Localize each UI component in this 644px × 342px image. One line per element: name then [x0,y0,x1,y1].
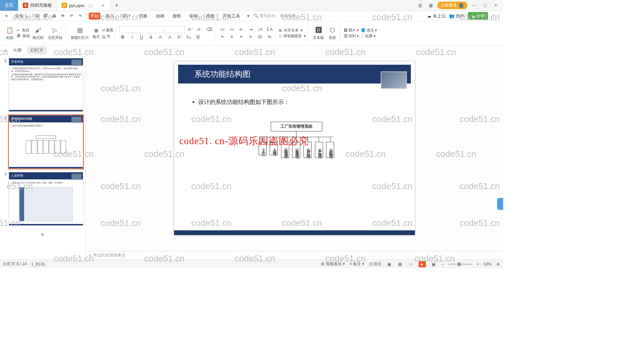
grow-font-icon[interactable]: A⁺ [187,26,194,33]
close-icon[interactable]: ✕ [101,3,105,8]
menu-design[interactable]: 设计 [119,12,134,20]
copy-button[interactable]: 🗐 复制 [17,34,30,39]
font-family-select[interactable] [119,26,163,33]
align-justify-icon[interactable]: ≡ [247,34,254,40]
bullets-icon[interactable]: ≔ [219,26,226,33]
sub-icon[interactable]: X₂ [185,34,192,41]
to-smartart-button[interactable]: ◇ 转智能图形 ▾ [279,34,306,39]
clear-format-icon[interactable]: ⌫ [206,26,213,33]
login-button[interactable]: 立即登录👤 [437,2,468,9]
cloud-status[interactable]: ☁ 未上云 [427,13,446,19]
align-left-icon[interactable]: ≡ [219,34,226,40]
indent-inc-icon[interactable]: ⇥ [247,26,254,33]
font-size-select[interactable] [165,26,185,33]
zoom-slider[interactable] [448,264,472,265]
indent-dec-icon[interactable]: ⇤ [237,26,245,33]
menu-anim[interactable]: 动画 [152,12,168,20]
zoom-in-icon[interactable]: + [477,262,479,267]
spacing-icon[interactable]: ⇆ [266,34,273,40]
save-icon[interactable]: 🖫 [33,12,41,20]
line-spacing-icon[interactable]: ↕A [256,26,264,33]
pic-button[interactable]: 🖼 图片 ▾ [344,28,359,33]
collab-button[interactable]: 👥 协作 [449,13,465,19]
notes-input[interactable]: ≡ 单击此处添加备注 [86,251,503,260]
more-icon[interactable]: ⋮ [491,13,496,18]
tab-template[interactable]: D找稻壳模板 [18,0,57,11]
new-tab-button[interactable]: + [110,0,123,11]
beautify-button[interactable]: ⊞ 智能美化 ▾ [321,261,345,267]
thumbnail-5[interactable]: 开发环境 • 本系统应用的技术适用Java作为，采用Spring Boot框架，… [9,58,83,112]
more-menu-icon[interactable]: ▾ [245,12,252,20]
tab-file[interactable]: Pppt.pptx▢✕ [57,0,110,11]
menu-view[interactable]: 视图 [203,12,218,20]
preview-icon[interactable]: 👁 [59,12,67,20]
arrange-button[interactable]: ▦ 排列 ▾ [344,34,359,39]
underline-icon[interactable]: U [138,34,145,41]
menu-icon[interactable]: ≡ [3,12,10,20]
saveas-icon[interactable]: 🗐 [42,12,49,20]
align-right-icon[interactable]: ≡ [237,34,245,40]
menu-file[interactable]: 文件 ⌄ [11,12,32,20]
layout-button[interactable]: ▦ [93,27,100,34]
fill-button[interactable]: 🪣 填充 ▾ [361,28,377,33]
align-text-button[interactable]: ⊞ 对齐文本 ▾ [279,28,306,33]
paste-button[interactable]: 📋粘贴 [4,25,15,41]
fit-icon[interactable]: ▣ [431,262,437,267]
align-center-icon[interactable]: ≡ [228,34,235,40]
menu-insert[interactable]: 插入 [102,12,117,20]
menu-dev[interactable]: 开发工具 [219,12,244,20]
zoom-level[interactable]: 63% [484,262,492,267]
text-dir-icon[interactable]: ↧A [266,26,273,33]
print-icon[interactable]: 🖶 [51,12,58,20]
close-window-icon[interactable]: ✕ [492,2,500,9]
shape-button[interactable]: ⬡形状 [327,25,338,41]
layout-label[interactable]: 版式 [93,34,100,39]
slide-canvas[interactable]: 系统功能结构图 设计的系统功能结构图如下图所示： code51. cn-源码乐园… [174,61,415,235]
search-input[interactable]: 🔍 查找命令、搜索模板 [254,13,296,19]
font-color-icon[interactable]: A [157,34,164,41]
bold-icon[interactable]: B [119,34,126,41]
new-slide-button[interactable]: ▤新建幻灯片 [69,25,91,41]
redo-icon[interactable]: ↷ [77,12,84,20]
thumbnail-7[interactable]: 人员管理 • 管理员可以对人员信息进行添加、修改、删除、查询操作。 [9,172,83,226]
outline-tab[interactable]: 大纲 [10,46,24,54]
panel-icon[interactable]: ▥ [416,2,424,9]
reading-view-icon[interactable]: ▭ [408,262,414,267]
numbering-icon[interactable]: ≕ [228,26,235,33]
apps-icon[interactable]: ▦ [427,2,435,9]
sup-icon[interactable]: X² [175,34,183,41]
thumbnail-6[interactable]: 系统功能结构图 • 设计的系统功能结构图如下图所示： [9,115,83,169]
expand-icon[interactable]: ˆ [499,13,500,18]
slideshow-icon[interactable]: ▶ [419,261,426,267]
textbox-button[interactable]: 🅰文本框 [312,25,325,41]
menu-show[interactable]: 放映 [169,12,184,20]
format-painter-button[interactable]: 🖌格式刷 [31,25,45,41]
add-slide-button[interactable]: + [2,229,83,240]
collapse-icon[interactable]: « [4,48,7,53]
tab-home[interactable]: 首页 [0,0,18,11]
typography-icon[interactable]: 变 [194,34,202,41]
present-icon[interactable]: ▢ [89,3,93,8]
slides-tab[interactable]: 幻灯片 [28,47,47,54]
side-drawer-icon[interactable] [497,198,503,210]
highlight-icon[interactable]: A [166,34,173,41]
strike-icon[interactable]: S̶ [147,34,155,41]
curpage-button[interactable]: ▷当页开始 [46,25,64,41]
min-icon[interactable]: — [470,2,478,9]
cut-button[interactable]: ✂ 剪切 [17,28,30,33]
columns-icon[interactable]: ⊟ [256,34,264,40]
shrink-font-icon[interactable]: A⁻ [196,26,204,33]
menu-start[interactable]: 开始 [89,12,101,20]
reset-button[interactable]: ↺ 重置 [102,28,113,33]
outline-button[interactable]: ⬚ 轮廓 ▾ [361,34,376,39]
menu-review[interactable]: 审阅 [186,12,201,20]
comments-toggle[interactable]: ◳ 批注 [369,261,382,267]
italic-icon[interactable]: I [128,34,136,41]
sorter-view-icon[interactable]: ▦ [397,262,403,267]
undo-icon[interactable]: ↶ [68,12,75,20]
normal-view-icon[interactable]: ▣ [386,262,392,267]
share-button[interactable]: ☁ 分享 [468,12,488,20]
menu-switch[interactable]: 切换 [136,12,151,20]
zoom-fit-icon[interactable]: ⊕ [496,262,500,267]
max-icon[interactable]: ▢ [481,2,489,9]
